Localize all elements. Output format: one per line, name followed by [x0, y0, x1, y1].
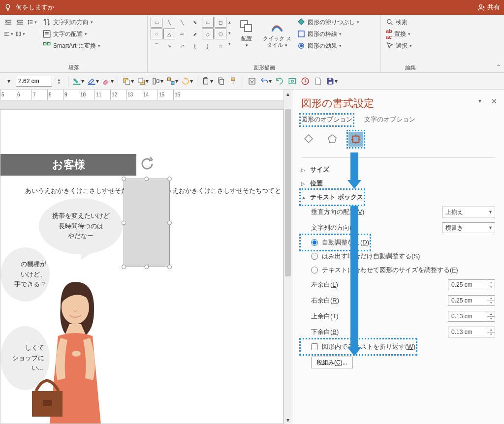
gallery-up-button[interactable]: ▴ — [228, 20, 231, 25]
format-shape-pane: 図形の書式設定 ▼ ✕ 図形のオプション 文字のオプション ▷サイズ ▷位置 ▲… — [292, 90, 504, 424]
autofit-overflow-input[interactable] — [311, 253, 318, 260]
increase-indent-button[interactable] — [15, 17, 26, 28]
margin-top-spinner[interactable]: 0.13 cm▴▾ — [448, 311, 495, 322]
effects-tab[interactable] — [325, 132, 340, 147]
resize-handle[interactable] — [122, 221, 126, 225]
align-objects-button[interactable]: ▾ — [151, 75, 164, 87]
fill-line-tab[interactable] — [301, 132, 316, 147]
arrange-button[interactable]: 配置▾ — [234, 17, 259, 48]
tab-shape-options[interactable]: 図形のオプション — [301, 115, 352, 125]
selection-pane-button[interactable] — [246, 75, 258, 87]
send-backward-button[interactable]: ▾ — [136, 75, 150, 87]
svg-rect-36 — [353, 136, 359, 143]
autofit-shrink-radio[interactable]: テキストに合わせて図形のサイズを調整する(F) — [301, 263, 495, 277]
text-direction-button[interactable]: 文字列の方向▾ — [40, 17, 102, 28]
redo-button[interactable] — [274, 75, 285, 87]
pane-menu-button[interactable]: ▼ — [477, 98, 482, 104]
pane-close-button[interactable]: ✕ — [491, 97, 497, 105]
tutorial-arrow — [350, 152, 358, 181]
margin-left-spinner[interactable]: 0.25 cm▴▾ — [448, 279, 495, 290]
ribbon-group-paragraph: 文字列の方向▾ 文字の配置▾ SmartArt に変換▾ 段落 — [0, 15, 148, 72]
selected-shape[interactable] — [124, 179, 170, 267]
scroll-down-button[interactable]: ▾ — [284, 416, 292, 424]
wrap-text-input[interactable] — [311, 343, 318, 350]
slide[interactable]: お客様 あいうえおかきくけこさしすせそたちつてとあいうえおかきくけこさしすせそた… — [0, 109, 284, 424]
resize-handle[interactable] — [145, 265, 149, 269]
gallery-more-button[interactable]: ▾ — [228, 41, 231, 46]
svg-rect-13 — [126, 80, 130, 84]
autofit-none-radio[interactable]: 自動調整なし(D) — [301, 236, 369, 249]
resize-handle[interactable] — [145, 177, 149, 181]
woman-illustration[interactable] — [31, 277, 115, 424]
shape-outline-button[interactable]: 図形の枠線▾ — [295, 29, 361, 39]
rotate-button[interactable]: ▾ — [180, 75, 194, 87]
icon-tabs — [301, 132, 495, 147]
section-text-box[interactable]: ▲テキスト ボックス — [301, 190, 363, 204]
gallery-down-button[interactable]: ▾ — [228, 30, 231, 35]
size-properties-tab[interactable] — [348, 132, 363, 147]
align-button[interactable] — [3, 29, 14, 39]
margin-top-row: 上余白(T) 0.13 cm▴▾ — [301, 308, 495, 324]
copy-button[interactable] — [215, 75, 227, 87]
group-button[interactable]: ▾ — [165, 75, 179, 87]
bring-forward-button[interactable]: ▾ — [121, 75, 135, 87]
resize-handle[interactable] — [122, 177, 126, 181]
find-button[interactable]: 検索 — [384, 17, 414, 28]
margin-bottom-row: 下余白(B) 0.13 cm▴▾ — [301, 324, 495, 340]
margin-bottom-spinner[interactable]: 0.13 cm▴▾ — [448, 327, 495, 337]
resize-handle[interactable] — [122, 265, 126, 269]
text-align-icon — [42, 30, 51, 38]
text-align-button[interactable]: 文字の配置▾ — [40, 29, 102, 39]
resize-handle[interactable] — [167, 221, 172, 225]
collapse-ribbon-button[interactable]: ⌃ — [496, 63, 501, 70]
arrange-icon — [239, 19, 254, 34]
size-stepper[interactable]: ▴▾ — [53, 75, 65, 87]
vertical-align-select[interactable]: 上揃え▼ — [442, 207, 495, 217]
shape-fill-button[interactable]: 図形の塗りつぶし▾ — [295, 17, 361, 28]
tell-me-search[interactable]: 何をしますか — [4, 3, 54, 12]
autofit-overflow-radio[interactable]: はみ出す場合だけ自動調整する(S) — [301, 249, 495, 263]
columns-button[interactable] — [15, 29, 26, 39]
quick-styles-button[interactable]: クイック スタイル ▾ — [262, 17, 292, 48]
text-direction-select[interactable]: 横書き▼ — [442, 222, 495, 233]
smartart-button[interactable]: SmartArt に変換▾ — [40, 40, 102, 51]
format-painter-button[interactable] — [228, 75, 240, 87]
svg-rect-34 — [43, 400, 52, 406]
share-button[interactable]: 共有 — [477, 3, 500, 12]
clock-button[interactable] — [299, 75, 311, 87]
eraser-button[interactable]: ▾ — [101, 75, 115, 87]
svg-rect-11 — [88, 84, 95, 85]
scroll-thumb[interactable] — [285, 109, 291, 276]
paste-button[interactable]: ▾ — [200, 75, 214, 87]
columns-button[interactable]: 段組み(C)... — [311, 357, 353, 368]
resize-handle[interactable] — [167, 265, 172, 269]
shape-effects-button[interactable]: 図形の効果▾ — [295, 40, 361, 51]
new-file-button[interactable] — [312, 75, 324, 87]
section-position[interactable]: ▷位置 — [301, 177, 495, 190]
autofit-shrink-input[interactable] — [311, 267, 318, 273]
replace-icon: abac — [386, 28, 392, 40]
autofit-none-input[interactable] — [311, 239, 318, 246]
height-stepper-down[interactable]: ▾ — [3, 75, 15, 87]
shape-size-input[interactable] — [16, 76, 52, 87]
line-spacing-button[interactable] — [27, 17, 37, 28]
speech-bubble-1[interactable]: 携帯を変えたいけど 長時間待つのは やだなー — [39, 198, 123, 254]
resize-handle[interactable] — [167, 177, 172, 181]
svg-rect-3 — [48, 42, 50, 45]
tab-text-options[interactable]: 文字のオプション — [364, 115, 415, 125]
replace-button[interactable]: abac 置換▾ — [384, 29, 414, 39]
scroll-up-button[interactable]: ▴ — [284, 90, 292, 98]
preview-button[interactable] — [286, 75, 298, 87]
fill-color-button[interactable]: ▾ — [71, 75, 85, 87]
undo-button[interactable]: ▾ — [259, 75, 273, 87]
outline-color-button[interactable]: ▾ — [86, 75, 100, 87]
save-button[interactable]: ▾ — [325, 75, 339, 87]
section-size[interactable]: ▷サイズ — [301, 163, 495, 177]
slide-header[interactable]: お客様 — [0, 154, 136, 176]
decrease-indent-button[interactable] — [3, 17, 14, 28]
select-button[interactable]: 選択▾ — [384, 40, 414, 51]
rotate-handle-icon[interactable] — [139, 156, 155, 172]
margin-right-spinner[interactable]: 0.25 cm▴▾ — [448, 295, 495, 306]
shapes-gallery[interactable]: ▭╲╲⬊▭◻ ○△⇨⬈◇⬠ ⌒∿↗{}☆ — [151, 17, 226, 51]
vertical-scrollbar[interactable]: ▴ ▾ — [284, 90, 292, 424]
